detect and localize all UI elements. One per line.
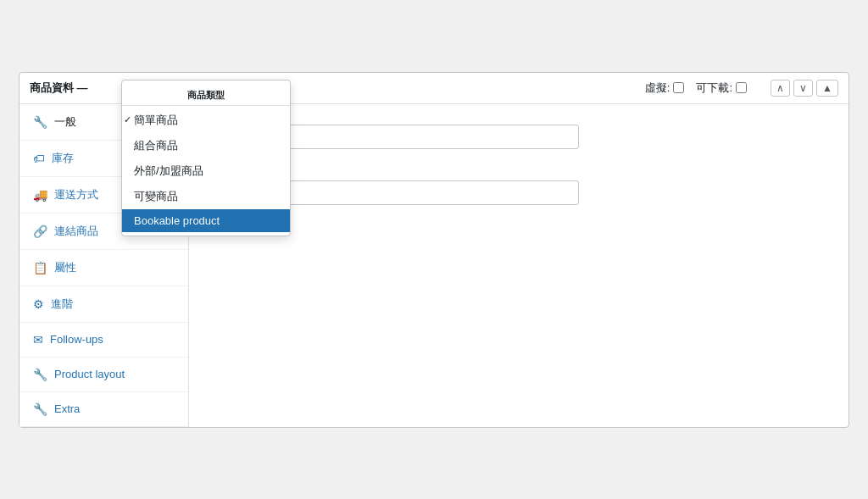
downloadable-checkbox[interactable] bbox=[736, 82, 747, 93]
collapse-up-button[interactable]: ∧ bbox=[771, 80, 790, 97]
downloadable-label[interactable]: 可下載: bbox=[696, 80, 747, 96]
extra-icon: 🔧 bbox=[33, 402, 47, 416]
dropdown-item-grouped[interactable]: 組合商品 bbox=[122, 133, 290, 158]
top-bar: 商品資料 — 商品類型 ✓ 簡單商品 組合商品 外部/加盟商品 bbox=[19, 73, 849, 104]
virtual-checkbox[interactable] bbox=[673, 82, 684, 93]
dropdown-item-external[interactable]: 外部/加盟商品 bbox=[122, 158, 290, 184]
clipboard-icon: 📋 bbox=[33, 261, 47, 274]
virtual-label[interactable]: 虛擬: bbox=[645, 80, 685, 96]
link-icon: 🔗 bbox=[33, 225, 47, 238]
sidebar-item-product-layout[interactable]: 🔧 Product layout bbox=[19, 358, 188, 392]
sidebar-item-followups[interactable]: ✉ Follow-ups bbox=[19, 323, 188, 358]
dropdown-header: 商品類型 bbox=[122, 84, 290, 106]
checkmark-icon: ✓ bbox=[124, 114, 131, 125]
sidebar-item-extra[interactable]: 🔧 Extra bbox=[19, 392, 188, 427]
virtual-downloadable-group: 虛擬: 可下載: bbox=[645, 80, 747, 96]
sidebar-item-advanced[interactable]: ⚙ 進階 bbox=[19, 286, 188, 323]
mail-icon: ✉ bbox=[33, 333, 43, 347]
sale-price-group: 折扣價 (NT$) bbox=[206, 163, 832, 205]
collapse-all-button[interactable]: ▲ bbox=[816, 80, 838, 97]
dropdown-item-bookable[interactable]: Bookable product bbox=[122, 209, 290, 232]
panel-title: 商品資料 — bbox=[30, 80, 88, 96]
collapse-down-button[interactable]: ∨ bbox=[793, 80, 813, 97]
gear-icon: ⚙ bbox=[33, 297, 44, 311]
truck-icon: 🚚 bbox=[33, 188, 47, 202]
product-data-panel: 商品資料 — 商品類型 ✓ 簡單商品 組合商品 外部/加盟商品 bbox=[19, 72, 849, 428]
collapse-icons: ∧ ∨ ▲ bbox=[771, 80, 838, 97]
tag-icon: 🏷 bbox=[33, 152, 45, 165]
regular-price-group bbox=[206, 125, 832, 149]
sidebar-item-attributes[interactable]: 📋 屬性 bbox=[19, 250, 188, 286]
dropdown-item-variable[interactable]: 可變商品 bbox=[122, 184, 290, 209]
product-type-dropdown: 商品類型 ✓ 簡單商品 組合商品 外部/加盟商品 可變商品 bbox=[121, 80, 291, 236]
dropdown-item-simple[interactable]: ✓ 簡單商品 bbox=[122, 108, 290, 133]
sale-price-label: 折扣價 (NT$) bbox=[206, 163, 832, 177]
layout-icon: 🔧 bbox=[33, 368, 47, 381]
wrench-icon: 🔧 bbox=[33, 115, 47, 129]
dropdown-wrapper: 商品類型 ✓ 簡單商品 組合商品 外部/加盟商品 可變商品 bbox=[121, 80, 291, 236]
